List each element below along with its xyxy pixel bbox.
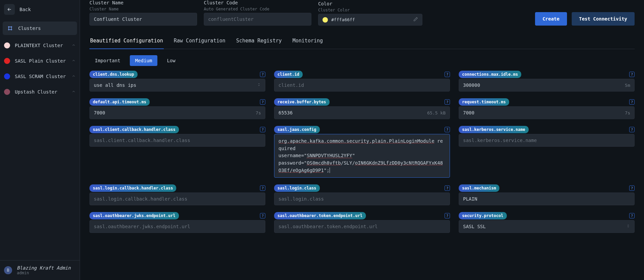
- config-tabs: Beautified ConfigurationRaw Configuratio…: [89, 34, 635, 49]
- config-input-wrap: [89, 193, 265, 205]
- config-input[interactable]: [459, 134, 634, 146]
- main: Cluster Name Cluster Name Cluster Code A…: [80, 0, 644, 280]
- config-input[interactable]: [90, 193, 265, 205]
- config-input[interactable]: [90, 79, 265, 91]
- help-icon[interactable]: ?: [445, 72, 450, 77]
- config-input-wrap: [89, 79, 265, 92]
- config-input[interactable]: [274, 107, 450, 119]
- help-icon[interactable]: ?: [260, 127, 265, 132]
- config-cell: default.api.timeout.ms?7s: [89, 98, 265, 119]
- config-input-wrap: org.apache.kafka.common.security.plain.P…: [274, 134, 450, 178]
- cluster-name-input[interactable]: [89, 13, 197, 26]
- cluster-label: Upstash Cluster: [15, 89, 57, 95]
- config-cell: sasl.jaas.config?org.apache.kafka.common…: [274, 126, 450, 178]
- sidebar: Back Clusters PLAINTEXT ClusterSASL Plai…: [0, 0, 80, 280]
- help-icon[interactable]: ?: [260, 99, 265, 105]
- config-input-wrap: 65.5 kB: [274, 106, 450, 119]
- config-input[interactable]: [459, 193, 634, 205]
- create-button[interactable]: Create: [535, 12, 567, 26]
- test-connectivity-button[interactable]: Test Connectivity: [572, 12, 635, 26]
- config-key-pill: client.id: [274, 71, 303, 78]
- config-key-pill: sasl.client.callback.handler.class: [89, 126, 179, 133]
- chevron-down-icon: [72, 89, 76, 95]
- avatar: B: [4, 266, 12, 274]
- back-label: Back: [20, 7, 31, 12]
- back-button[interactable]: [4, 4, 15, 15]
- config-cell: sasl.mechanism?: [459, 184, 635, 205]
- user-sub: admin: [17, 271, 71, 275]
- help-icon[interactable]: ?: [260, 213, 265, 218]
- config-cell: connections.max.idle.ms?5m: [459, 71, 635, 92]
- tab[interactable]: Beautified Configuration: [89, 34, 164, 49]
- header-actions: Create Test Connectivity: [535, 12, 635, 26]
- help-icon[interactable]: ?: [445, 185, 450, 191]
- field-label: Cluster Code: [204, 0, 311, 5]
- cluster-label: PLAINTEXT Cluster: [15, 43, 63, 48]
- config-input[interactable]: [90, 134, 265, 146]
- help-icon[interactable]: ?: [260, 72, 265, 77]
- config-cell: sasl.oauthbearer.token.endpoint.url?: [274, 212, 450, 233]
- help-icon[interactable]: ?: [629, 213, 635, 218]
- config-input[interactable]: [274, 193, 450, 205]
- importance-tab[interactable]: Important: [89, 55, 126, 66]
- cluster-name-block: Cluster Name Cluster Name: [89, 0, 197, 26]
- cluster-color-dot: [4, 73, 10, 79]
- user-row[interactable]: B Blazing Kraft Admin admin: [0, 260, 80, 280]
- cluster-label: SASL SCRAM Cluster: [15, 74, 66, 79]
- help-icon[interactable]: ?: [629, 99, 635, 105]
- help-icon[interactable]: ?: [629, 127, 635, 132]
- field-sublabel: Auto Generated Cluster Code: [204, 7, 311, 11]
- help-icon[interactable]: ?: [445, 127, 450, 132]
- help-icon[interactable]: ?: [629, 185, 635, 191]
- cluster-code-block: Cluster Code Auto Generated Cluster Code: [204, 0, 311, 26]
- sidebar-cluster-item[interactable]: SASL Plain Cluster: [0, 53, 80, 69]
- config-input[interactable]: [274, 220, 450, 233]
- color-value: #fffa66ff: [331, 17, 355, 22]
- config-input[interactable]: [459, 79, 634, 91]
- config-key-pill: default.api.timeout.ms: [89, 98, 150, 106]
- pencil-icon[interactable]: [413, 17, 418, 23]
- config-input-wrap: 7s: [89, 106, 265, 119]
- sidebar-cluster-item[interactable]: PLAINTEXT Cluster: [0, 38, 80, 53]
- config-key-pill: sasl.jaas.config: [274, 126, 320, 133]
- help-icon[interactable]: ?: [629, 72, 635, 77]
- config-input[interactable]: [274, 79, 450, 91]
- config-suffix: 7s: [625, 110, 630, 115]
- help-icon[interactable]: ?: [445, 213, 450, 218]
- config-key-pill: sasl.login.callback.handler.class: [89, 184, 176, 192]
- help-icon[interactable]: ?: [445, 99, 450, 105]
- tab[interactable]: Monitoring: [292, 34, 324, 49]
- side-nav: Clusters: [0, 19, 80, 38]
- config-input[interactable]: [90, 107, 265, 119]
- cluster-color-dot: [4, 89, 10, 95]
- importance-tab[interactable]: Low: [161, 55, 181, 66]
- config-input-wrap: [274, 193, 450, 205]
- config-input[interactable]: [459, 107, 634, 119]
- tab[interactable]: Schema Registry: [235, 34, 282, 49]
- config-input[interactable]: [459, 220, 634, 233]
- config-input-wrap: [274, 79, 450, 92]
- chevron-down-icon: [72, 58, 76, 64]
- importance-tab[interactable]: Medium: [130, 55, 158, 66]
- config-input[interactable]: [90, 220, 265, 233]
- config-suffix: 65.5 kB: [427, 110, 446, 115]
- chevron-down-icon: [72, 43, 76, 48]
- user-name: Blazing Kraft Admin: [17, 265, 71, 271]
- color-picker[interactable]: #fffa66ff: [318, 14, 422, 26]
- field-label: Color: [318, 1, 422, 6]
- config-input-wrap: [89, 220, 265, 233]
- config-cell: client.id?: [274, 71, 450, 92]
- help-icon[interactable]: ?: [260, 185, 265, 191]
- sidebar-cluster-item[interactable]: SASL SCRAM Cluster: [0, 69, 80, 84]
- chevron-down-icon: [72, 74, 76, 79]
- config-cell: sasl.login.class?: [274, 184, 450, 205]
- config-input-wrap: 5m: [459, 79, 635, 92]
- sidebar-cluster-item[interactable]: Upstash Cluster: [0, 84, 80, 100]
- field-label: Cluster Name: [89, 0, 197, 5]
- cluster-code-input[interactable]: [204, 13, 311, 26]
- cluster-color-block: Color Cluster Color #fffa66ff: [318, 1, 422, 26]
- sidebar-item-clusters[interactable]: Clusters: [3, 22, 77, 35]
- tab[interactable]: Raw Configuration: [173, 34, 226, 49]
- config-cell: sasl.client.callback.handler.class?: [89, 126, 265, 178]
- sasl-jaas-config-textarea[interactable]: org.apache.kafka.common.security.plain.P…: [274, 134, 450, 177]
